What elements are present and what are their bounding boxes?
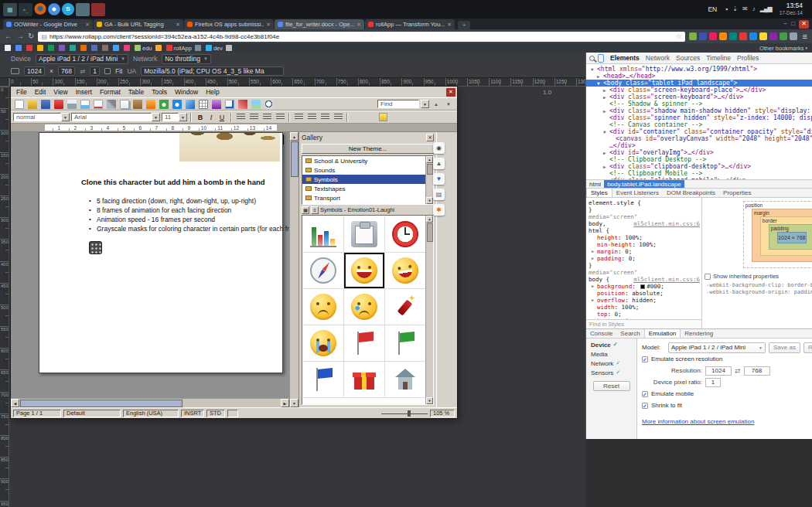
device-pixel-ratio-input[interactable]: 1 bbox=[90, 66, 100, 76]
document-heading[interactable]: Clone this character but add him a bomb … bbox=[81, 178, 265, 186]
toolbar-button[interactable] bbox=[66, 98, 77, 110]
inspect-element-icon[interactable] bbox=[589, 56, 595, 61]
status-page-style[interactable]: Default bbox=[63, 410, 121, 417]
emulation-section-item[interactable]: Device✓ bbox=[586, 340, 636, 349]
rollapp-tool-icon[interactable]: ▲ bbox=[433, 158, 445, 169]
format-button[interactable]: B bbox=[195, 112, 206, 122]
style-line[interactable]: position: absolute; bbox=[589, 290, 700, 297]
stylesheet-link[interactable]: rollapp-html5client.min.css:6 bbox=[633, 276, 700, 283]
find-previous-button[interactable]: ▲ bbox=[431, 99, 442, 109]
rollapp-tool-icon[interactable]: ▤ bbox=[433, 189, 445, 200]
sidebar-tab[interactable]: Properties bbox=[719, 189, 755, 197]
bookmark-item[interactable]: edu bbox=[135, 45, 152, 52]
gallery-item[interactable] bbox=[385, 253, 426, 289]
url-text[interactable]: https://www.rollapp.com/client?sessionId… bbox=[49, 33, 674, 40]
sidebar-tab[interactable]: Event Listeners bbox=[612, 189, 663, 197]
menu-item[interactable]: View bbox=[49, 88, 71, 96]
document-page[interactable]: Clone this character but add him a bomb … bbox=[39, 132, 283, 373]
more-info-link[interactable]: More information about screen emulation bbox=[642, 418, 754, 425]
devtools-tab[interactable]: Network bbox=[643, 53, 673, 64]
taskbar-app-icon[interactable]: S bbox=[62, 3, 74, 15]
zoom-level[interactable]: 105 % bbox=[430, 410, 455, 417]
bookmark-item[interactable] bbox=[124, 45, 131, 51]
remove-button[interactable]: Remove bbox=[803, 342, 812, 353]
gallery-item[interactable] bbox=[344, 289, 385, 325]
taskbar-app-icon[interactable] bbox=[91, 3, 105, 16]
extension-icon[interactable] bbox=[739, 32, 747, 40]
menu-item[interactable]: Edit bbox=[31, 88, 50, 96]
bookmark-item[interactable] bbox=[15, 45, 23, 51]
toolbar-button[interactable] bbox=[92, 98, 104, 110]
devtools-tab[interactable]: Profiles bbox=[734, 53, 762, 64]
document-close-button[interactable]: ✕ bbox=[446, 88, 455, 97]
extension-icon[interactable] bbox=[769, 32, 777, 40]
gallery-theme-item[interactable]: Sounds bbox=[302, 165, 433, 175]
taskbar-app-icon[interactable]: ▦ bbox=[3, 3, 17, 16]
bookmark-item[interactable] bbox=[37, 45, 45, 51]
dom-node[interactable]: ▶<div id="overlayImg">…</div> bbox=[586, 149, 812, 156]
scrollbar-thumb[interactable] bbox=[291, 141, 299, 177]
expand-icon[interactable]: ▶ bbox=[597, 73, 603, 80]
style-line[interactable]: ▶margin: 0; bbox=[589, 248, 700, 255]
bookmark-item[interactable] bbox=[80, 45, 88, 51]
taskbar-app-icon[interactable] bbox=[34, 3, 46, 15]
menu-item[interactable]: Window bbox=[171, 88, 202, 96]
menu-item[interactable]: Tools bbox=[148, 88, 171, 96]
resolution-height-input[interactable]: 768 bbox=[58, 66, 75, 76]
drawer-tab[interactable]: Search bbox=[616, 329, 643, 338]
style-line[interactable]: } bbox=[589, 206, 700, 213]
gallery-item[interactable] bbox=[303, 289, 344, 325]
toolbar-button[interactable] bbox=[79, 98, 90, 110]
font-name-select[interactable]: Arial bbox=[71, 113, 152, 121]
find-input[interactable]: Find bbox=[377, 100, 419, 108]
expand-icon[interactable]: ▶ bbox=[603, 94, 609, 100]
align-button[interactable] bbox=[248, 112, 259, 122]
gallery-item[interactable] bbox=[303, 216, 344, 253]
scroll-left-icon[interactable]: ◀ bbox=[11, 399, 19, 407]
rollapp-tool-icon[interactable]: ▼ bbox=[433, 173, 445, 185]
emulation-section-item[interactable]: Media bbox=[586, 349, 636, 359]
dom-node[interactable]: <!-- Clipboard Mobile --> bbox=[586, 170, 812, 177]
reset-button[interactable]: Reset bbox=[593, 381, 630, 391]
toolbar-button[interactable] bbox=[39, 98, 51, 110]
browser-tab[interactable]: OOWriter - Google Drive ✕ bbox=[3, 19, 93, 29]
other-bookmarks[interactable]: Other bookmarks ▾ bbox=[759, 45, 807, 52]
swap-dimensions-icon[interactable]: ⇄ bbox=[80, 67, 85, 75]
network-throttle-select[interactable]: No throttling▼ bbox=[162, 54, 211, 64]
tab-close-icon[interactable]: ✕ bbox=[266, 22, 271, 28]
extension-icon[interactable] bbox=[790, 32, 797, 40]
color-button[interactable] bbox=[377, 112, 388, 122]
dom-node[interactable]: <canvas id="overlayCanvas" width="2048" … bbox=[586, 135, 812, 142]
computed-property[interactable]: -webkit-background-clip: border-box; bbox=[706, 282, 812, 289]
toolbar-button[interactable] bbox=[118, 98, 130, 110]
gallery-item[interactable] bbox=[303, 325, 344, 362]
tab-close-icon[interactable]: ✕ bbox=[85, 22, 90, 28]
toolbar-button[interactable] bbox=[53, 98, 64, 110]
toolbar-button[interactable] bbox=[250, 98, 261, 110]
bookmark-item[interactable] bbox=[91, 45, 99, 51]
tab-close-icon[interactable]: ✕ bbox=[357, 22, 361, 28]
scroll-up-icon[interactable]: ▲ bbox=[290, 132, 299, 141]
scrollbar-thumb[interactable] bbox=[427, 223, 433, 242]
zoom-slider-thumb[interactable] bbox=[408, 410, 411, 417]
bookmark-item[interactable] bbox=[113, 45, 121, 51]
device-select[interactable]: Apple iPad 1 / 2 / iPad Mini▼ bbox=[36, 54, 128, 64]
toolbar-button[interactable] bbox=[184, 98, 196, 110]
tray-icon[interactable]: ▂▄▆ bbox=[760, 5, 772, 12]
gallery-item[interactable] bbox=[303, 253, 344, 289]
show-inherited-checkbox[interactable] bbox=[705, 274, 711, 280]
embedded-image[interactable] bbox=[179, 133, 280, 162]
style-line[interactable]: media="screen" bbox=[589, 213, 700, 220]
new-tab-button[interactable]: + bbox=[458, 21, 470, 29]
toolbar-button[interactable] bbox=[171, 98, 183, 110]
gallery-item[interactable] bbox=[385, 216, 426, 253]
browser-tab[interactable]: GA - Bulk URL Tagging ✕ bbox=[94, 19, 183, 29]
extension-icon[interactable] bbox=[719, 32, 727, 40]
menu-item[interactable]: Insert bbox=[72, 88, 96, 96]
breadcrumb-item[interactable]: html bbox=[586, 180, 604, 189]
bookmark-item[interactable] bbox=[5, 45, 12, 51]
color-button[interactable] bbox=[351, 112, 362, 122]
bullet-line[interactable]: • 8 frames of animation for each facing … bbox=[89, 206, 289, 215]
reload-button[interactable]: ↻ bbox=[28, 32, 34, 40]
gallery-theme-item[interactable]: Textshapes bbox=[302, 184, 433, 193]
